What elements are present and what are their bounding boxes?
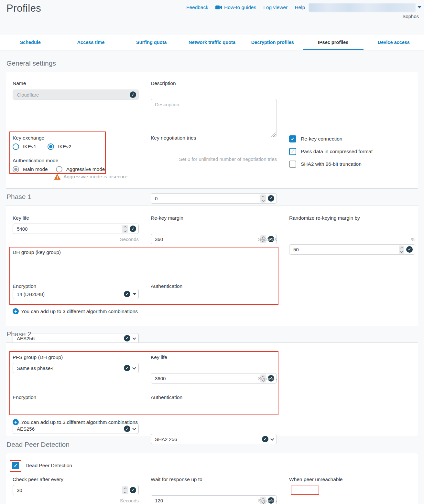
check-peer-label: Check peer after every [13, 477, 63, 482]
help-link[interactable]: Help [295, 5, 305, 10]
valid-check-icon: ✓ [130, 487, 136, 493]
caret-down-icon[interactable] [133, 293, 136, 295]
rekey-connection-checkbox[interactable]: ✓ [289, 135, 296, 142]
description-textarea[interactable] [151, 99, 277, 137]
description-label: Description [151, 80, 176, 86]
valid-check-icon: ✓ [262, 436, 268, 442]
reinitiate-annotation-box [291, 486, 319, 495]
radio-ikev2-label: IKEv2 [58, 144, 71, 150]
phase2-add-combination[interactable]: + You can add up to 3 different algorith… [13, 419, 138, 425]
tab-ipsec-profiles[interactable]: IPsec profiles [303, 35, 363, 50]
tab-schedule[interactable]: Schedule [0, 35, 60, 50]
radio-aggressive-mode[interactable] [56, 166, 62, 173]
phase2-encryption-label: Encryption [13, 394, 36, 400]
log-viewer-link[interactable]: Log viewer [263, 5, 288, 10]
pfs-group-label: PFS group (DH group) [13, 354, 63, 360]
key-negotiation-helper: Set 0 for unlimited number of negotiatio… [151, 156, 277, 162]
phase1-authentication-label: Authentication [151, 283, 182, 289]
dpd-enable-label: Dead Peer Detection [26, 463, 72, 468]
check-peer-input[interactable] [13, 485, 139, 495]
sha2-truncation-checkbox[interactable] [289, 161, 296, 168]
dpd-enable-checkbox[interactable]: ✓ [12, 462, 19, 469]
radio-ikev2[interactable] [48, 143, 54, 150]
valid-check-icon: ✓ [130, 91, 136, 98]
auth-mode-label: Authentication mode [13, 158, 58, 163]
radio-ikev1[interactable] [13, 143, 19, 150]
add-icon[interactable]: + [13, 308, 19, 314]
name-input[interactable] [13, 89, 139, 100]
randomize-label: Randomize re-keying margin by [289, 215, 360, 221]
dh-group-select[interactable]: ✓ [13, 289, 139, 299]
radio-main-mode-label: Main mode [23, 166, 48, 172]
valid-check-icon: ✓ [124, 425, 130, 432]
compressed-format-checkbox[interactable]: ✓ [289, 148, 296, 155]
feedback-link[interactable]: Feedback [186, 5, 208, 10]
add-icon[interactable]: + [13, 419, 19, 425]
tab-device-access[interactable]: Device access [364, 35, 424, 50]
radio-main-mode[interactable] [13, 166, 19, 173]
phase2-authentication-label: Authentication [151, 394, 182, 400]
number-stepper[interactable] [260, 194, 266, 203]
video-camera-icon [215, 5, 222, 10]
when-unreachable-label: When peer unreachable [289, 477, 342, 482]
radio-ikev1-label: IKEv1 [23, 144, 36, 150]
valid-check-icon: ✓ [406, 246, 413, 253]
number-stepper[interactable] [122, 225, 128, 233]
page-title: Profiles [6, 3, 41, 14]
phase2-add-note: You can add up to 3 different algorithm … [21, 419, 138, 425]
tab-access-time[interactable]: Access time [60, 35, 121, 50]
phase1-encryption-label: Encryption [13, 283, 36, 289]
caret-down-icon[interactable] [418, 6, 421, 8]
number-stepper[interactable] [399, 246, 404, 254]
phase2-key-life-label: Key life [151, 354, 167, 360]
number-stepper[interactable] [122, 486, 128, 494]
tab-network-traffic-quota[interactable]: Network traffic quota [182, 35, 242, 50]
dpd-heading: Dead Peer Detection [6, 441, 70, 448]
ipsec-profiles-page: Profiles Feedback How-to guides Log view… [0, 0, 424, 504]
wait-response-label: Wait for response up to [151, 477, 202, 482]
phase1-key-life-unit: Seconds [13, 236, 139, 242]
valid-check-icon: ✓ [130, 226, 136, 232]
phase1-add-note: You can add up to 3 different algorithm … [21, 309, 138, 314]
check-peer-unit: Seconds [13, 498, 139, 503]
key-exchange-label: Key exchange [13, 135, 44, 141]
phase1-key-life-label: Key life [13, 215, 29, 221]
account-selector[interactable] [309, 3, 416, 12]
compressed-format-label: Pass data in compressed format [301, 149, 373, 154]
tab-decryption-profiles[interactable]: Decryption profiles [242, 35, 303, 50]
phase2-key-life-unit: Seconds [151, 376, 277, 381]
dpd-panel: ✓ Dead Peer Detection Check peer after e… [6, 453, 418, 504]
warning-icon [54, 174, 60, 180]
general-settings-heading: General settings [6, 59, 56, 67]
rekey-margin-label: Re-key margin [151, 215, 183, 221]
name-label: Name [13, 80, 26, 86]
randomize-input[interactable] [289, 244, 415, 255]
radio-aggressive-mode-label: Aggressive mode [66, 166, 105, 172]
wait-response-unit: Seconds [151, 498, 277, 503]
valid-check-icon: ✓ [268, 195, 274, 202]
rekey-margin-unit: Seconds [151, 236, 277, 242]
aggressive-warning-text: Aggressive mode is insecure [63, 174, 127, 180]
tab-bar: Schedule Access time Surfing quota Netwo… [0, 35, 424, 50]
phase2-heading: Phase 2 [6, 330, 31, 338]
phase1-encryption-select[interactable]: ✓ [13, 333, 139, 343]
phase1-add-combination[interactable]: + You can add up to 3 different algorith… [13, 308, 138, 314]
valid-check-icon: ✓ [124, 335, 130, 341]
valid-check-icon: ✓ [124, 365, 130, 371]
phase1-heading: Phase 1 [6, 193, 31, 201]
rekey-connection-label: Re-key connection [301, 136, 342, 142]
phase1-key-life-input[interactable] [13, 224, 139, 234]
phase1-panel: Key life ✓ Seconds Re-key margin ✓ Secon… [6, 205, 418, 326]
sha2-truncation-label: SHA2 with 96-bit truncation [301, 161, 362, 167]
key-negotiation-label: Key negotiation tries [151, 135, 196, 141]
howto-guides-link[interactable]: How-to guides [215, 5, 256, 10]
general-settings-panel: Name ✓ Description Key exchange IKEv1 IK… [6, 72, 418, 189]
phase2-authentication-select[interactable]: ✓ [151, 434, 277, 444]
pfs-group-select[interactable]: ✓ [13, 363, 139, 373]
valid-check-icon: ✓ [124, 291, 130, 297]
randomize-unit: % [289, 236, 415, 242]
tab-surfing-quota[interactable]: Surfing quota [121, 35, 182, 50]
dh-group-label: DH group (key group) [13, 249, 61, 255]
brand-label: Sophos [402, 14, 419, 19]
key-negotiation-input[interactable] [151, 193, 277, 204]
